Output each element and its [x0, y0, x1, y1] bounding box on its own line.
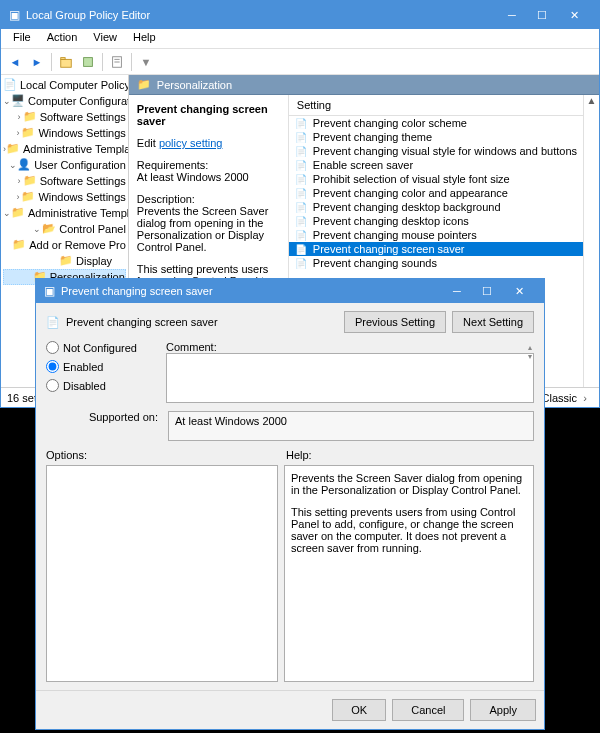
setting-label: Prevent changing desktop icons [313, 215, 469, 227]
radio-not-configured[interactable]: Not Configured [46, 341, 156, 354]
toolbar: ◄ ► ▼ [1, 49, 599, 75]
svg-rect-1 [61, 57, 65, 59]
apply-button[interactable]: Apply [470, 699, 536, 721]
ok-button[interactable]: OK [332, 699, 386, 721]
tree-item[interactable]: 📁Add or Remove Pro [3, 237, 126, 253]
list-item[interactable]: 📄Prohibit selection of visual style font… [289, 172, 583, 186]
radio-enabled[interactable]: Enabled [46, 360, 156, 373]
list-item[interactable]: 📄Prevent changing desktop background [289, 200, 583, 214]
list-item[interactable]: 📄Prevent changing color scheme [289, 116, 583, 130]
tree-control-panel[interactable]: ⌄📂Control Panel [3, 221, 126, 237]
setting-icon: 📄 [295, 202, 309, 213]
comment-label: Comment: [166, 341, 217, 353]
folder-header: 📁 Personalization [129, 75, 599, 95]
comment-textarea[interactable] [166, 353, 534, 403]
list-item[interactable]: 📄Prevent changing desktop icons [289, 214, 583, 228]
requirements-value: At least Windows 2000 [137, 171, 280, 183]
edit-prefix: Edit [137, 137, 156, 149]
tree-admin-templates[interactable]: ⌄📁Administrative Templates [3, 205, 126, 221]
next-setting-button[interactable]: Next Setting [452, 311, 534, 333]
edit-policy-link[interactable]: policy setting [159, 137, 223, 149]
filter-button[interactable]: ▼ [136, 52, 156, 72]
tree-label: User Configuration [34, 159, 126, 171]
tree-label: Display [76, 255, 112, 267]
setting-icon: 📄 [295, 244, 309, 255]
requirements-label: Requirements: [137, 159, 280, 171]
tree-label: Add or Remove Pro [29, 239, 126, 251]
close-button[interactable]: ✕ [557, 4, 591, 26]
radio-disabled[interactable]: Disabled [46, 379, 156, 392]
separator [131, 53, 132, 71]
tree-label: Administrative Templates [23, 143, 129, 155]
tree-item[interactable]: ›📁Windows Settings [3, 125, 126, 141]
properties-button[interactable] [107, 52, 127, 72]
forward-button[interactable]: ► [27, 52, 47, 72]
back-button[interactable]: ◄ [5, 52, 25, 72]
previous-setting-button[interactable]: Previous Setting [344, 311, 446, 333]
tree-label: Windows Settings [38, 191, 125, 203]
supported-on-label: Supported on: [46, 411, 168, 423]
svg-rect-2 [84, 57, 93, 66]
menu-view[interactable]: View [85, 29, 125, 48]
list-item[interactable]: 📄Prevent changing mouse pointers [289, 228, 583, 242]
dialog-icon: ▣ [44, 284, 55, 298]
setting-icon: 📄 [295, 146, 309, 157]
list-item[interactable]: 📄Prevent changing theme [289, 130, 583, 144]
setting-icon: 📄 [295, 258, 309, 269]
list-item[interactable]: 📄Prevent changing sounds [289, 256, 583, 270]
menubar: File Action View Help [1, 29, 599, 49]
help-panel: Prevents the Screen Saver dialog from op… [284, 465, 534, 682]
cancel-button[interactable]: Cancel [392, 699, 464, 721]
setting-label: Prevent changing theme [313, 131, 432, 143]
setting-label: Prevent changing mouse pointers [313, 229, 477, 241]
tree-item[interactable]: ›📁Software Settings [3, 109, 126, 125]
tree-label: Computer Configuration [28, 95, 129, 107]
dialog-titlebar[interactable]: ▣ Prevent changing screen saver ─ ☐ ✕ [36, 279, 544, 303]
tree-item[interactable]: 📁Display [3, 253, 126, 269]
list-item[interactable]: 📄Prevent changing visual style for windo… [289, 144, 583, 158]
supported-on-value: At least Windows 2000 [168, 411, 534, 441]
maximize-button[interactable]: ☐ [527, 4, 557, 26]
setting-icon: 📄 [295, 160, 309, 171]
setting-icon: 📄 [295, 174, 309, 185]
tree-item[interactable]: ›📁Windows Settings [3, 189, 126, 205]
folder-icon: 📁 [137, 78, 151, 91]
list-item[interactable]: 📄Enable screen saver [289, 158, 583, 172]
tree-label: Administrative Templates [28, 207, 129, 219]
list-item[interactable]: 📄Prevent changing color and appearance [289, 186, 583, 200]
spinner-icon[interactable]: ▴▾ [528, 343, 532, 361]
setting-label: Enable screen saver [313, 159, 413, 171]
dialog-minimize-button[interactable]: ─ [442, 280, 472, 302]
dialog-close-button[interactable]: ✕ [502, 280, 536, 302]
options-label: Options: [46, 449, 286, 461]
tree-user-config[interactable]: ⌄👤User Configuration [3, 157, 126, 173]
minimize-button[interactable]: ─ [497, 4, 527, 26]
titlebar[interactable]: ▣ Local Group Policy Editor ─ ☐ ✕ [1, 1, 599, 29]
setting-label: Prevent changing sounds [313, 257, 437, 269]
app-icon: ▣ [9, 8, 20, 22]
up-button[interactable] [56, 52, 76, 72]
dialog-maximize-button[interactable]: ☐ [472, 280, 502, 302]
description-label: Description: [137, 193, 280, 205]
column-header-setting[interactable]: Setting [289, 95, 583, 116]
scroll-right-button[interactable]: › [577, 392, 593, 404]
tree-item[interactable]: ›📁Administrative Templates [3, 141, 126, 157]
tree-item[interactable]: ›📁Software Settings [3, 173, 126, 189]
tree-computer-config[interactable]: ⌄🖥️Computer Configuration [3, 93, 126, 109]
edit-policy-link-row: Edit policy setting [137, 137, 280, 149]
setting-label: Prevent changing screen saver [313, 243, 465, 255]
menu-help[interactable]: Help [125, 29, 164, 48]
setting-label: Prevent changing color and appearance [313, 187, 508, 199]
policy-name: Prevent changing screen saver [66, 316, 218, 328]
list-item[interactable]: 📄Prevent changing screen saver [289, 242, 583, 256]
policy-icon: 📄 [46, 316, 60, 329]
tree-label: Software Settings [40, 175, 126, 187]
scrollbar-vertical[interactable]: ▲ [583, 95, 599, 387]
tree-root[interactable]: 📄Local Computer Policy [3, 77, 126, 93]
menu-file[interactable]: File [5, 29, 39, 48]
menu-action[interactable]: Action [39, 29, 86, 48]
help-text: This setting prevents users from using C… [291, 506, 527, 554]
setting-label: Prevent changing color scheme [313, 117, 467, 129]
options-panel [46, 465, 278, 682]
refresh-button[interactable] [78, 52, 98, 72]
